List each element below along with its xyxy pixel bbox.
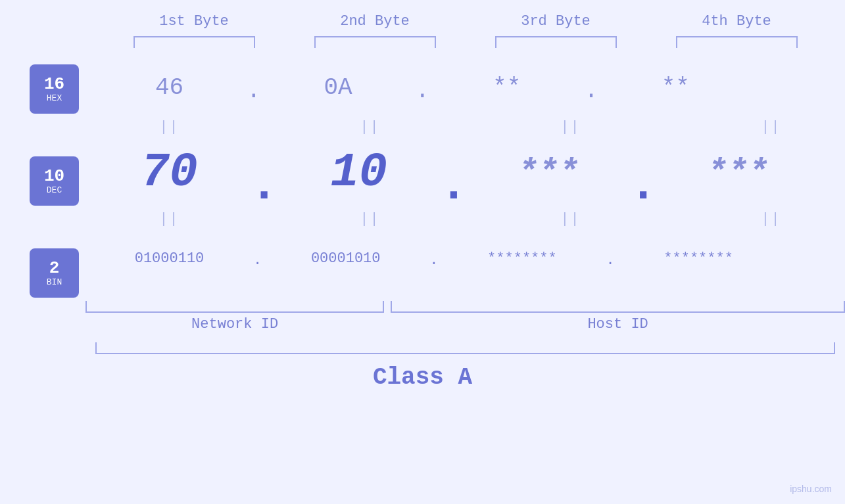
data-rows: 46 . 0A . ** . ** ||: [79, 61, 845, 285]
dec-cell-1: 70: [79, 146, 260, 200]
dec-badge-label: DEC: [47, 185, 62, 195]
host-bracket: [391, 301, 845, 313]
bin-cell-3: ********: [431, 250, 612, 267]
hex-cell-1: 46: [79, 74, 260, 101]
eq2-cell4: ||: [681, 211, 845, 227]
bin-cell-4: ********: [608, 250, 789, 267]
hex-row: 46 . 0A . ** . **: [79, 61, 845, 114]
byte3-header: 3rd Byte: [466, 13, 646, 30]
dec-val-2: 10: [331, 146, 387, 200]
dec-cell-4: ***: [648, 154, 829, 193]
hex-val-2: 0A: [324, 74, 352, 101]
badges-column: 16 HEX 10 DEC 2 BIN: [0, 61, 79, 298]
network-bracket: [85, 301, 384, 313]
dec-badge-num: 10: [44, 167, 64, 186]
bracket-top-3: [466, 36, 646, 48]
eq1-cell1: ||: [79, 119, 260, 135]
bracket-top-1: [104, 36, 285, 48]
dec-cell-3: ***: [458, 154, 639, 193]
bin-badge-label: BIN: [47, 277, 62, 287]
byte4-header: 4th Byte: [646, 13, 827, 30]
eq2-cell1: ||: [79, 211, 260, 227]
watermark: ipshu.com: [790, 484, 832, 494]
byte-headers: 1st Byte 2nd Byte 3rd Byte 4th Byte: [0, 13, 845, 30]
bin-val-3: ********: [487, 250, 557, 267]
full-bottom-bracket: [95, 342, 835, 354]
hex-badge-label: HEX: [47, 93, 62, 103]
bottom-brackets: [0, 301, 845, 313]
eq2-cell2: ||: [279, 211, 460, 227]
main-content-area: 16 HEX 10 DEC 2 BIN 46 .: [0, 61, 845, 298]
eq2-cell3: ||: [480, 211, 661, 227]
hex-cell-2: 0A: [248, 74, 429, 101]
network-id-label: Network ID: [85, 316, 384, 332]
hex-badge-num: 16: [44, 75, 64, 94]
eq1-sign2: ||: [360, 119, 379, 135]
byte1-header: 1st Byte: [104, 13, 285, 30]
eq1-cell3: ||: [480, 119, 661, 135]
byte2-header: 2nd Byte: [285, 13, 466, 30]
dec-val-3: ***: [518, 154, 579, 193]
bin-badge-num: 2: [49, 259, 60, 278]
badges-wrapper: 16 HEX 10 DEC 2 BIN: [30, 61, 79, 298]
bin-val-1: 01000110: [135, 250, 205, 267]
bracket-top-4: [646, 36, 827, 48]
bin-val-2: 00001010: [311, 250, 381, 267]
bin-badge: 2 BIN: [30, 248, 79, 298]
dec-badge: 10 DEC: [30, 156, 79, 206]
dec-val-1: 70: [141, 146, 197, 200]
hex-val-3: **: [493, 74, 521, 101]
hex-cell-4: **: [585, 74, 766, 101]
dec-cell-2: 10: [268, 146, 449, 200]
hex-cell-3: **: [416, 74, 597, 101]
bin-row: 01000110 . 00001010 . ******** . *******…: [79, 232, 845, 285]
eq2-sign4: ||: [761, 211, 781, 227]
bracket-top-2: [285, 36, 466, 48]
bin-val-4: ********: [664, 250, 733, 267]
host-id-label: Host ID: [391, 316, 845, 332]
id-labels: Network ID Host ID: [0, 316, 845, 332]
class-label: Class A: [0, 364, 845, 391]
bin-cell-2: 00001010: [255, 250, 436, 267]
hex-badge: 16 HEX: [30, 64, 79, 114]
bin-cell-1: 01000110: [79, 250, 260, 267]
eq1-sign3: ||: [560, 119, 580, 135]
eq1-cell2: ||: [279, 119, 460, 135]
hex-val-4: **: [662, 74, 690, 101]
dec-val-4: ***: [707, 154, 769, 193]
eq1-cell4: ||: [681, 119, 845, 135]
eq2-sign2: ||: [360, 211, 379, 227]
eq2-sign3: ||: [560, 211, 580, 227]
main-container: 1st Byte 2nd Byte 3rd Byte 4th Byte 16 H…: [0, 0, 845, 504]
eq1-sign4: ||: [761, 119, 781, 135]
equals-row-1: || || || ||: [79, 114, 845, 140]
hex-val-1: 46: [155, 74, 183, 101]
dec-row: 70 . 10 . *** . ***: [79, 140, 845, 206]
eq1-sign1: ||: [159, 119, 179, 135]
top-brackets: [0, 36, 845, 48]
eq2-sign1: ||: [159, 211, 179, 227]
